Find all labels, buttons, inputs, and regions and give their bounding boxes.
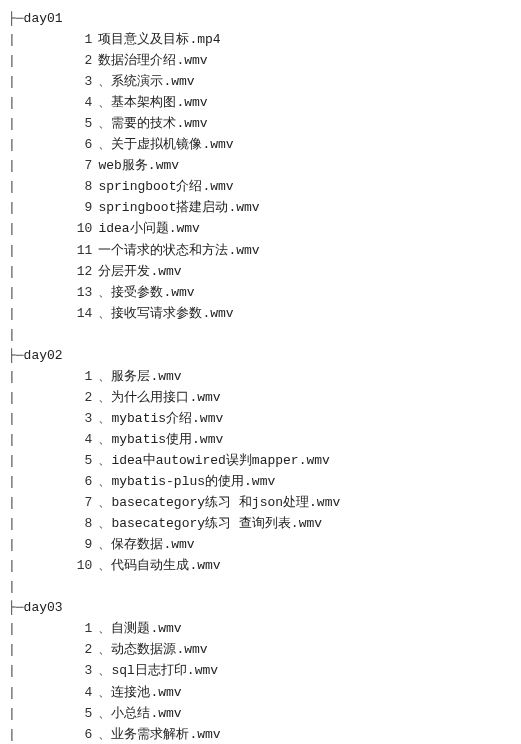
file-name: 连接池.wmv [111, 682, 181, 703]
file-index: 9 [70, 534, 92, 555]
folder-name: day03 [24, 597, 63, 618]
file-index: 6 [70, 134, 92, 155]
file-separator: 、 [98, 682, 111, 703]
file-line: | 1、自测题.wmv [8, 618, 513, 639]
file-separator: 、 [98, 92, 111, 113]
file-name: 服务层.wmv [111, 366, 181, 387]
file-separator: 、 [98, 282, 111, 303]
file-separator: 、 [98, 366, 111, 387]
file-name: basecategory练习 和json处理.wmv [111, 492, 340, 513]
folder-line: ├─day02 [8, 345, 513, 366]
pipe-icon: | [8, 492, 70, 513]
pipe-icon: | [8, 724, 70, 744]
file-name: 一个请求的状态和方法.wmv [98, 240, 259, 261]
file-name: 业务需求解析.wmv [111, 724, 220, 744]
file-name: idea小问题.wmv [98, 218, 199, 239]
file-index: 7 [70, 492, 92, 513]
file-separator: 、 [98, 618, 111, 639]
pipe-icon: | [8, 29, 70, 50]
file-index: 2 [70, 387, 92, 408]
file-name: 保存数据.wmv [111, 534, 194, 555]
file-separator: 、 [98, 492, 111, 513]
file-index: 2 [70, 639, 92, 660]
file-name: springboot介绍.wmv [98, 176, 233, 197]
file-index: 7 [70, 155, 92, 176]
file-name: 代码自动生成.wmv [111, 555, 220, 576]
file-index: 1 [70, 366, 92, 387]
branch-icon: ├─ [8, 8, 24, 29]
pipe-icon: | [8, 197, 70, 218]
pipe-icon: | [8, 660, 70, 681]
pipe-icon: | [8, 618, 70, 639]
file-separator: 、 [98, 450, 111, 471]
file-index: 14 [70, 303, 92, 324]
branch-icon: ├─ [8, 345, 24, 366]
file-line: | 9 springboot搭建启动.wmv [8, 197, 513, 218]
pipe-icon: | [8, 113, 70, 134]
file-name: basecategory练习 查询列表.wmv [111, 513, 322, 534]
folder-line: ├─day01 [8, 8, 513, 29]
file-line: | 8、basecategory练习 查询列表.wmv [8, 513, 513, 534]
pipe-icon: | [8, 134, 70, 155]
file-line: | 4、mybatis使用.wmv [8, 429, 513, 450]
file-index: 11 [70, 240, 92, 261]
pipe-icon: | [8, 703, 70, 724]
file-line: | 3、mybatis介绍.wmv [8, 408, 513, 429]
folder-line: ├─day03 [8, 597, 513, 618]
file-line: | 13、接受参数.wmv [8, 282, 513, 303]
file-index: 4 [70, 429, 92, 450]
file-separator: 、 [98, 303, 111, 324]
pipe-icon: | [8, 555, 70, 576]
file-index: 6 [70, 471, 92, 492]
file-line: | 4、连接池.wmv [8, 682, 513, 703]
file-index: 1 [70, 618, 92, 639]
pipe-icon: | [8, 513, 70, 534]
file-index: 6 [70, 724, 92, 744]
file-index: 5 [70, 450, 92, 471]
pipe-icon: | [8, 92, 70, 113]
file-tree: ├─day01| 1 项目意义及目标.mp4| 2 数据治理介绍.wmv| 3、… [8, 8, 513, 744]
folder-name: day02 [24, 345, 63, 366]
file-separator: 、 [98, 513, 111, 534]
file-line: | 11 一个请求的状态和方法.wmv [8, 240, 513, 261]
file-name: sql日志打印.wmv [111, 660, 218, 681]
file-name: 动态数据源.wmv [111, 639, 207, 660]
file-name: 接受参数.wmv [111, 282, 194, 303]
file-index: 3 [70, 660, 92, 681]
file-index: 8 [70, 513, 92, 534]
file-name: 数据治理介绍.wmv [98, 50, 207, 71]
pipe-icon: | [8, 387, 70, 408]
pipe-icon: | [8, 534, 70, 555]
file-name: mybatis使用.wmv [111, 429, 223, 450]
file-line: | 2 数据治理介绍.wmv [8, 50, 513, 71]
file-line: | 4、基本架构图.wmv [8, 92, 513, 113]
file-name: 分层开发.wmv [98, 261, 181, 282]
file-separator: 、 [98, 534, 111, 555]
file-name: 小总结.wmv [111, 703, 181, 724]
file-index: 3 [70, 408, 92, 429]
file-line: | 3、sql日志打印.wmv [8, 660, 513, 681]
file-index: 10 [70, 555, 92, 576]
pipe-icon: | [8, 261, 70, 282]
file-line: | 5、需要的技术.wmv [8, 113, 513, 134]
file-name: mybatis介绍.wmv [111, 408, 223, 429]
file-name: 项目意义及目标.mp4 [98, 29, 220, 50]
file-separator: 、 [98, 555, 111, 576]
file-separator: 、 [98, 387, 111, 408]
pipe-icon: | [8, 408, 70, 429]
branch-icon: ├─ [8, 597, 24, 618]
file-separator: 、 [98, 113, 111, 134]
pipe-icon: | [8, 639, 70, 660]
file-name: idea中autowired误判mapper.wmv [111, 450, 329, 471]
file-line: | 12 分层开发.wmv [8, 261, 513, 282]
pipe-icon: | [8, 576, 16, 597]
pipe-icon: | [8, 366, 70, 387]
file-name: 需要的技术.wmv [111, 113, 207, 134]
file-index: 5 [70, 703, 92, 724]
file-index: 12 [70, 261, 92, 282]
file-line: | 3、系统演示.wmv [8, 71, 513, 92]
file-index: 10 [70, 218, 92, 239]
tree-spacer: | [8, 576, 513, 597]
file-line: | 2、为什么用接口.wmv [8, 387, 513, 408]
file-name: 为什么用接口.wmv [111, 387, 220, 408]
